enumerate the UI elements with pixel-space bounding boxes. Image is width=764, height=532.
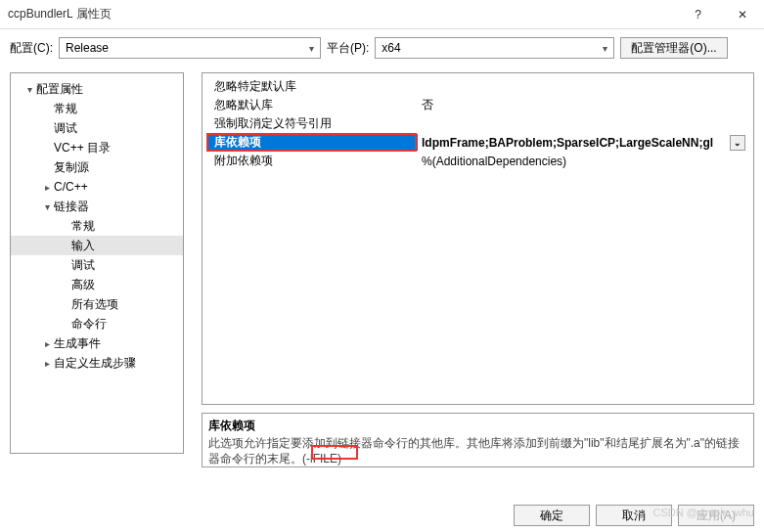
tree-item[interactable]: 调试: [11, 118, 183, 138]
tree-item[interactable]: ▸生成事件: [11, 333, 183, 353]
tree-item-label: 调试: [71, 257, 95, 274]
help-button[interactable]: ?: [676, 0, 720, 29]
tree-item-label: 常规: [54, 101, 77, 117]
property-row[interactable]: 强制取消定义符号引用: [208, 114, 747, 133]
apply-button[interactable]: 应用(A): [678, 505, 754, 526]
property-key: 库依赖项: [208, 134, 418, 151]
platform-label: 平台(P):: [327, 40, 369, 57]
property-row[interactable]: 库依赖项ldpmFrame;BAProblem;SparseICP;LargeS…: [208, 133, 747, 152]
config-combo[interactable]: Release▾: [59, 37, 321, 59]
tree-item-label: 常规: [71, 218, 95, 235]
tree-item[interactable]: 命令行: [11, 314, 183, 333]
tree-item[interactable]: 输入: [11, 236, 183, 255]
description-panel: 库依赖项 此选项允许指定要添加到链接器命令行的其他库。其他库将添加到前缀为"li…: [202, 413, 754, 467]
tree-item-label: 复制源: [54, 159, 89, 176]
ok-button[interactable]: 确定: [514, 505, 590, 526]
property-row[interactable]: 忽略默认库否: [208, 96, 747, 114]
tree-item[interactable]: 高级: [11, 275, 183, 294]
tree-item-label: 调试: [54, 120, 77, 137]
description-text: 此选项允许指定要添加到链接器命令行的其他库。其他库将添加到前缀为"lib"和结尾…: [208, 436, 747, 466]
tree-item[interactable]: VC++ 目录: [11, 138, 183, 157]
property-value[interactable]: %(AdditionalDependencies): [418, 155, 747, 168]
tree-item[interactable]: 调试: [11, 255, 183, 275]
tree-item-label: 生成事件: [54, 335, 101, 352]
tree-item-label: 配置属性: [36, 81, 83, 98]
property-row[interactable]: 忽略特定默认库: [208, 77, 747, 96]
tree-item[interactable]: ▸C/C++: [11, 177, 183, 197]
tree-item-label: 自定义生成步骤: [54, 355, 136, 372]
config-label: 配置(C):: [10, 40, 53, 57]
tree-item[interactable]: 常规: [11, 216, 183, 236]
config-manager-button[interactable]: 配置管理器(O)...: [620, 37, 727, 59]
property-row[interactable]: 附加依赖项%(AdditionalDependencies): [208, 152, 747, 170]
tree-item-label: 命令行: [71, 316, 107, 332]
window-title: ccpBundlerL 属性页: [8, 6, 676, 22]
tree-arrow-icon: ▾: [22, 84, 36, 95]
tree-item[interactable]: ▾配置属性: [11, 79, 183, 99]
tree-item[interactable]: 所有选项: [11, 294, 183, 314]
tree-arrow-icon: ▸: [40, 182, 54, 193]
tree-item[interactable]: 复制源: [11, 157, 183, 177]
chevron-down-icon: ▾: [309, 43, 314, 54]
chevron-down-icon: ▾: [603, 43, 607, 54]
tree-item-label: 输入: [71, 238, 95, 254]
property-value[interactable]: ldpmFrame;BAProblem;SparseICP;LargeScale…: [418, 135, 747, 151]
close-button[interactable]: ✕: [720, 0, 764, 29]
platform-combo[interactable]: x64▾: [375, 37, 614, 59]
tree-arrow-icon: ▸: [40, 358, 54, 369]
tree-item[interactable]: ▾链接器: [11, 197, 183, 216]
tree-arrow-icon: ▸: [40, 338, 54, 349]
property-grid[interactable]: 忽略特定默认库忽略默认库否强制取消定义符号引用库依赖项ldpmFrame;BAP…: [202, 72, 754, 405]
tree-item[interactable]: ▸自定义生成步骤: [11, 353, 183, 373]
property-key: 忽略特定默认库: [208, 78, 418, 95]
cancel-button[interactable]: 取消: [596, 505, 672, 526]
property-key: 忽略默认库: [208, 97, 418, 113]
tree-item[interactable]: 常规: [11, 99, 183, 118]
nav-tree[interactable]: ▾配置属性常规调试VC++ 目录复制源▸C/C++▾链接器常规输入调试高级所有选…: [10, 72, 184, 454]
tree-item-label: 链接器: [54, 199, 89, 215]
property-key: 强制取消定义符号引用: [208, 115, 418, 132]
tree-arrow-icon: ▾: [40, 201, 54, 212]
tree-item-label: 所有选项: [71, 296, 118, 313]
description-title: 库依赖项: [208, 418, 747, 434]
property-key: 附加依赖项: [208, 153, 418, 169]
tree-item-label: VC++ 目录: [54, 140, 111, 156]
dropdown-icon[interactable]: ⌄: [730, 135, 745, 151]
tree-item-label: 高级: [71, 277, 95, 293]
tree-item-label: C/C++: [54, 180, 88, 194]
property-value[interactable]: 否: [418, 97, 747, 113]
